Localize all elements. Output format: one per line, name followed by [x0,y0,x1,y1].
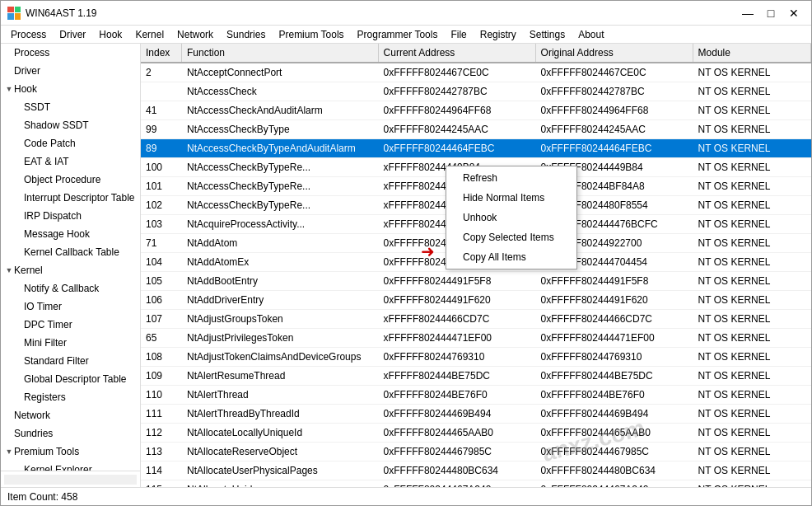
td-current: 0xFFFFF80244491F5F8 [379,272,536,290]
table-row[interactable]: 89NtAccessCheckByTypeAndAuditAlarm0xFFFF… [141,139,811,158]
table-row[interactable]: 105NtAddBootEntry0xFFFFF80244491F5F80xFF… [141,272,811,291]
menu-file[interactable]: File [444,27,473,42]
sidebar-item-mini-filter[interactable]: Mini Filter [1,334,140,352]
menu-registry[interactable]: Registry [474,27,523,42]
sidebar-item-object-procedure[interactable]: Object Procedure [1,171,140,189]
td-function: NtAccessCheckByTypeRe... [182,177,379,195]
td-index: 103 [141,215,182,233]
td-original: 0xFFFFF802444BE75DC [536,367,693,385]
sidebar-label-eat-iat: EAT & IAT [24,154,69,169]
minimize-button[interactable]: — [737,4,758,22]
th-module[interactable]: Module [693,44,811,62]
context-menu-copy-all[interactable]: Copy All Items [446,247,576,267]
table-row[interactable]: 115NtAllocateUuids0xFFFFF80244467A2400xF… [141,480,811,487]
td-function: NtAddBootEntry [182,272,379,290]
sidebar-item-hook[interactable]: ▼Hook [1,80,140,98]
sidebar-label-hook: Hook [14,82,37,96]
context-menu-refresh[interactable]: Refresh [446,168,576,188]
tree-toggle-premium-tools[interactable]: ▼ [4,444,14,459]
menu-network[interactable]: Network [170,27,220,42]
app-icon [7,7,21,20]
maximize-button[interactable]: □ [760,4,782,22]
table-row[interactable]: 106NtAddDriverEntry0xFFFFF80244491F6200x… [141,291,811,310]
sidebar-label-kernel: Kernel [14,263,43,278]
td-function: NtAdjustGroupsToken [182,310,379,328]
th-function[interactable]: Function [182,44,379,62]
table-row[interactable]: 113NtAllocateReserveObject0xFFFFF8024446… [141,443,811,461]
sidebar-label-registers: Registers [24,390,66,405]
td-function: NtAcceptConnectPort [182,63,379,82]
sidebar-item-sundries[interactable]: Sundries [1,424,140,443]
td-current: 0xFFFFF80244480BC634 [379,461,536,480]
sidebar-item-notify-callback[interactable]: Notify & Callback [1,279,140,298]
table-row[interactable]: 65NtAdjustPrivilegesTokenxFFFFF802444471… [141,329,811,348]
menu-hook[interactable]: Hook [92,27,128,42]
context-menu-unhook[interactable]: Unhook [446,208,576,227]
sidebar-label-network: Network [14,408,50,423]
td-current: 0xFFFFF802442787BC [379,82,536,101]
sidebar-item-premium-tools[interactable]: ▼Premium Tools [1,443,140,461]
menu-sundries[interactable]: Sundries [220,27,272,42]
context-menu-copy-selected[interactable]: Copy Selected Items [446,227,576,247]
sidebar-scrollbar-h[interactable] [4,475,137,485]
sidebar-item-idt[interactable]: Interrupt Descriptor Table [1,189,140,207]
sidebar-item-message-hook[interactable]: Message Hook [1,225,140,243]
main-window: WIN64AST 1.19 — □ ✕ Process Driver Hook … [0,0,812,506]
menu-premium-tools[interactable]: Premium Tools [272,27,350,42]
table-body[interactable]: 2NtAcceptConnectPort0xFFFFF8024467CE0C0x… [141,63,811,487]
sidebar-item-ssdt[interactable]: SSDT [1,98,140,116]
sidebar-scroll[interactable]: ProcessDriver▼HookSSDTShadow SSDTCode Pa… [1,44,140,471]
table-row[interactable]: 99NtAccessCheckByType0xFFFFF80244245AAC0… [141,120,811,139]
sidebar-item-irp-dispatch[interactable]: IRP Dispatch [1,207,140,225]
sidebar-item-process[interactable]: Process [1,44,140,62]
table-row[interactable]: 41NtAccessCheckAndAuditAlarm0xFFFFF80244… [141,101,811,120]
td-module: NT OS KERNEL [693,234,811,252]
td-module: NT OS KERNEL [693,424,811,442]
item-count: Item Count: 458 [7,491,77,503]
context-menu-hide-normal[interactable]: Hide Normal Items [446,188,576,208]
close-button[interactable]: ✕ [783,4,805,22]
table-row[interactable]: 107NtAdjustGroupsTokenxFFFFF80244466CD7C… [141,310,811,329]
table-row[interactable]: 108NtAdjustTokenClaimsAndDeviceGroups0xF… [141,348,811,367]
sidebar-item-standard-filter[interactable]: Standard Filter [1,352,140,370]
sidebar-item-shadow-ssdt[interactable]: Shadow SSDT [1,116,140,134]
table-row[interactable]: 114NtAllocateUserPhysicalPages0xFFFFF802… [141,461,811,480]
td-index: 71 [141,234,182,252]
menu-programmer-tools[interactable]: Programmer Tools [351,27,445,42]
td-current: xFFFFF802444471EF00 [379,329,536,347]
sidebar-item-code-patch[interactable]: Code Patch [1,134,140,152]
table-row[interactable]: 109NtAlertResumeThreadxFFFFF802444BE75DC… [141,367,811,386]
sidebar-item-gdt[interactable]: Global Descriptor Table [1,370,140,388]
tree-toggle-kernel[interactable]: ▼ [4,263,14,278]
sidebar-item-kernel[interactable]: ▼Kernel [1,261,140,279]
menu-about[interactable]: About [572,27,610,42]
sidebar-item-dpc-timer[interactable]: DPC Timer [1,316,140,334]
td-module: NT OS KERNEL [693,443,811,461]
th-index[interactable]: Index [141,44,182,62]
tree-toggle-hook[interactable]: ▼ [4,82,14,96]
th-current[interactable]: Current Address [379,44,536,62]
menu-driver[interactable]: Driver [53,27,92,42]
menu-process[interactable]: Process [4,27,53,42]
sidebar-item-network[interactable]: Network [1,406,140,424]
sidebar-item-driver[interactable]: Driver [1,62,140,80]
th-original[interactable]: Original Address [536,44,693,62]
table-row[interactable]: 112NtAllocateLocallyUniqueId0xFFFFF80244… [141,424,811,443]
sidebar-item-kernel-callback[interactable]: Kernel Callback Table [1,243,140,261]
sidebar-item-io-timer[interactable]: IO Timer [1,298,140,316]
sidebar-item-registers[interactable]: Registers [1,388,140,406]
td-original: 0xFFFFF80244769310 [536,348,693,366]
table-row[interactable]: 2NtAcceptConnectPort0xFFFFF8024467CE0C0x… [141,63,811,82]
menu-kernel[interactable]: Kernel [128,27,170,42]
sidebar-label-notify-callback: Notify & Callback [24,281,99,296]
table-row[interactable]: NtAccessCheck0xFFFFF802442787BC0xFFFFF80… [141,82,811,101]
table-row[interactable]: 111NtAlertThreadByThreadId0xFFFFF8024446… [141,405,811,424]
sidebar-item-kernel-explorer[interactable]: Kernel Explorer [1,461,140,471]
td-function: NtAccessCheck [182,82,379,101]
table-row[interactable]: 110NtAlertThread0xFFFFF80244BE76F00xFFFF… [141,386,811,405]
sidebar-item-eat-iat[interactable]: EAT & IAT [1,152,140,171]
menu-settings[interactable]: Settings [523,27,572,42]
sidebar-label-code-patch: Code Patch [24,136,76,151]
td-module: NT OS KERNEL [693,461,811,480]
td-original: 0xFFFFF80244491F620 [536,291,693,309]
